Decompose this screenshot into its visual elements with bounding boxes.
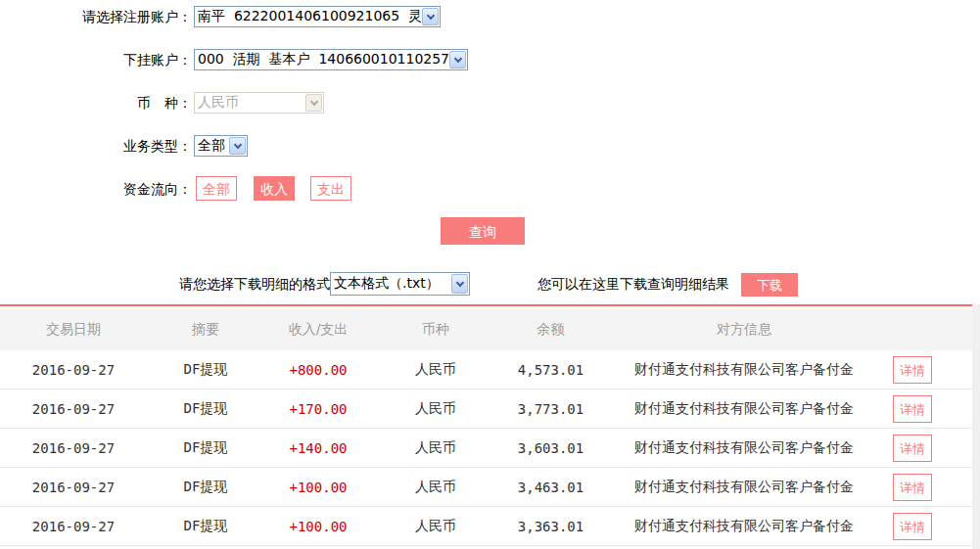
download-format-select[interactable]: 文本格式（.txt） (330, 272, 470, 296)
business-type-select[interactable]: 全部 (194, 135, 248, 157)
cell-amount: +100.00 (264, 519, 372, 534)
cell-summary: DF提现 (147, 439, 264, 457)
chevron-down-icon[interactable] (451, 274, 468, 294)
table-body: 2016-09-27 DF提现 +800.00 人民币 4,573.01 财付通… (0, 350, 972, 546)
query-button[interactable]: 查询 (441, 217, 525, 245)
detail-button[interactable]: 详情 (893, 513, 932, 540)
table-row: 2016-09-27 DF提现 +100.00 人民币 3,363.01 财付通… (0, 507, 972, 546)
cell-counterparty: 财付通支付科技有限公司客户备付金 (602, 479, 886, 496)
header-date: 交易日期 (0, 321, 147, 339)
download-button[interactable]: 下载 (741, 273, 798, 297)
cell-summary: DF提现 (147, 479, 264, 496)
detail-button[interactable]: 详情 (893, 435, 932, 462)
header-amount: 收入/支出 (264, 321, 372, 339)
table-row: 2016-09-27 DF提现 +100.00 人民币 3,463.01 财付通… (0, 468, 972, 507)
table-right-gutter (972, 304, 980, 549)
table-row: 2016-09-27 DF提现 +140.00 人民币 3,603.01 财付通… (0, 429, 972, 468)
chevron-down-icon (305, 94, 322, 112)
cell-amount: +800.00 (264, 362, 372, 378)
fund-direction-label: 资金流向： (0, 177, 192, 202)
table-top-divider (0, 304, 972, 306)
detail-button[interactable]: 详情 (893, 474, 932, 501)
cell-counterparty: 财付通支付科技有限公司客户备付金 (602, 361, 886, 379)
currency-label: 币 种： (0, 92, 192, 114)
table-row: 2016-09-27 DF提现 +170.00 人民币 3,773.01 财付通… (0, 389, 972, 429)
cell-amount: +170.00 (264, 401, 372, 417)
cell-date: 2016-09-27 (0, 401, 147, 417)
table-header-row: 交易日期 摘要 收入/支出 币种 余额 对方信息 (0, 309, 972, 350)
table-row: 2016-09-27 DF提现 +800.00 人民币 4,573.01 财付通… (0, 350, 972, 389)
cell-balance: 4,573.01 (499, 362, 602, 378)
detail-button[interactable]: 详情 (893, 356, 932, 384)
cell-counterparty: 财付通支付科技有限公司客户备付金 (602, 439, 886, 457)
detail-button[interactable]: 详情 (893, 395, 932, 423)
cell-summary: DF提现 (147, 361, 264, 379)
chevron-down-icon[interactable] (229, 137, 246, 155)
cell-amount: +140.00 (264, 440, 372, 456)
chevron-down-icon[interactable] (422, 8, 439, 25)
cell-date: 2016-09-27 (0, 480, 147, 495)
header-counterparty: 对方信息 (602, 321, 886, 339)
fund-direction-expense-button[interactable]: 支出 (310, 176, 351, 201)
chevron-down-icon[interactable] (449, 51, 466, 69)
cell-counterparty: 财付通支付科技有限公司客户备付金 (602, 518, 886, 535)
cell-currency: 人民币 (372, 518, 499, 535)
sub-account-label: 下挂账户： (0, 49, 192, 70)
cell-balance: 3,463.01 (499, 480, 602, 495)
header-summary: 摘要 (147, 321, 264, 339)
sub-account-select[interactable]: 000 活期 基本户 1406600101102571848 (194, 49, 468, 70)
cell-currency: 人民币 (372, 439, 499, 457)
register-account-value: 南平 6222001406100921065 灵通卡 (195, 8, 421, 25)
cell-date: 2016-09-27 (0, 440, 147, 456)
cell-summary: DF提现 (147, 518, 264, 535)
business-type-value: 全部 (195, 137, 228, 155)
cell-amount: +100.00 (264, 480, 372, 495)
fund-direction-income-button[interactable]: 收入 (254, 176, 295, 201)
register-account-label: 请选择注册账户： (0, 6, 192, 27)
cell-date: 2016-09-27 (0, 362, 147, 378)
download-hint: 您可以在这里下载查询明细结果 (537, 272, 729, 296)
cell-currency: 人民币 (372, 479, 499, 496)
header-currency: 币种 (372, 321, 499, 339)
cell-currency: 人民币 (372, 361, 499, 379)
cell-currency: 人民币 (372, 400, 499, 418)
cell-balance: 3,773.01 (499, 401, 602, 417)
fund-direction-all-button[interactable]: 全部 (196, 176, 237, 201)
header-balance: 余额 (499, 321, 602, 339)
currency-value: 人民币 (195, 94, 304, 112)
sub-account-value: 000 活期 基本户 1406600101102571848 (195, 51, 448, 69)
download-format-label: 请您选择下载明细的格式 (179, 272, 330, 296)
cell-date: 2016-09-27 (0, 519, 147, 534)
cell-balance: 3,363.01 (499, 519, 602, 534)
cell-summary: DF提现 (147, 400, 264, 418)
currency-select: 人民币 (194, 92, 324, 114)
register-account-select[interactable]: 南平 6222001406100921065 灵通卡 (194, 6, 441, 27)
cell-counterparty: 财付通支付科技有限公司客户备付金 (602, 400, 886, 418)
cell-balance: 3,603.01 (499, 440, 602, 456)
download-format-value: 文本格式（.txt） (331, 275, 450, 293)
business-type-label: 业务类型： (0, 135, 192, 157)
transaction-query-page: 请选择注册账户： 南平 6222001406100921065 灵通卡 下挂账户… (0, 0, 980, 549)
